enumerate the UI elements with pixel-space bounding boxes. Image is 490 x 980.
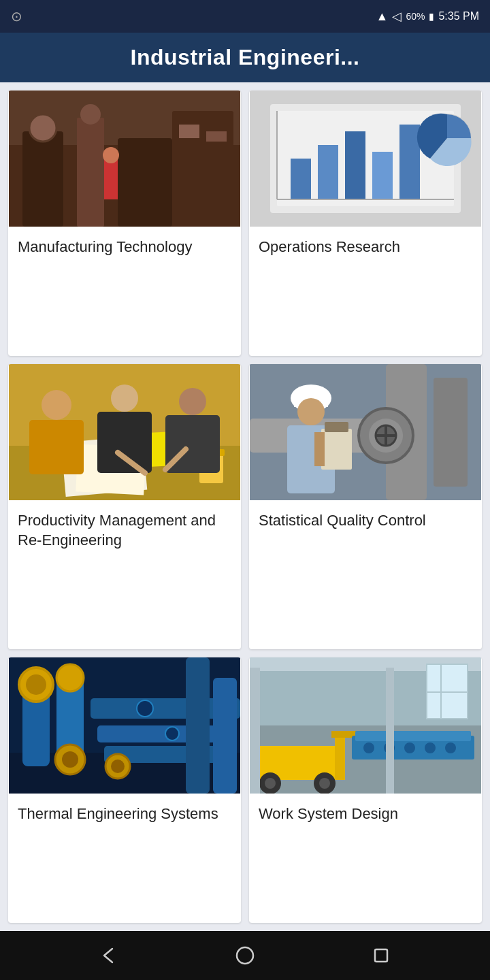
svg-point-6 bbox=[80, 104, 101, 125]
svg-rect-4 bbox=[118, 138, 172, 227]
recents-button[interactable] bbox=[361, 935, 402, 976]
productivity-management-label: Productivity Management and Re-Engineeri… bbox=[8, 500, 241, 564]
app-header: Industrial Engineeri... bbox=[0, 33, 490, 82]
svg-point-96 bbox=[237, 947, 253, 964]
status-bar: ⊙ ▲ ◁ 60% ▮ 5:35 PM bbox=[0, 0, 490, 33]
svg-point-11 bbox=[103, 147, 119, 163]
manufacturing-image bbox=[8, 91, 241, 227]
svg-rect-19 bbox=[399, 125, 420, 199]
svg-rect-3 bbox=[77, 118, 104, 227]
svg-rect-9 bbox=[206, 131, 227, 142]
svg-point-69 bbox=[165, 727, 179, 740]
svg-point-84 bbox=[319, 778, 330, 789]
work-system-design-label: Work System Design bbox=[249, 794, 482, 838]
svg-rect-17 bbox=[345, 131, 365, 199]
svg-rect-66 bbox=[186, 657, 210, 794]
svg-rect-67 bbox=[213, 678, 237, 794]
svg-point-68 bbox=[137, 700, 153, 717]
operations-research-label: Operations Research bbox=[249, 227, 482, 271]
svg-rect-54 bbox=[325, 422, 348, 432]
svg-rect-32 bbox=[29, 420, 84, 474]
card-manufacturing-technology[interactable]: Manufacturing Technology bbox=[8, 91, 241, 356]
page-title: Industrial Engineeri... bbox=[14, 45, 476, 70]
svg-rect-15 bbox=[291, 159, 311, 199]
clock: 5:35 PM bbox=[438, 10, 479, 22]
wifi-icon: ▲ bbox=[376, 10, 389, 24]
card-work-system-design[interactable]: Work System Design bbox=[249, 657, 482, 923]
manufacturing-technology-label: Manufacturing Technology bbox=[8, 227, 241, 271]
home-button[interactable] bbox=[225, 935, 265, 976]
svg-point-31 bbox=[42, 390, 71, 420]
operations-image bbox=[249, 91, 482, 227]
svg-rect-55 bbox=[314, 432, 325, 466]
signal-icon: ◁ bbox=[392, 9, 402, 24]
status-icons: ▲ ◁ 60% ▮ 5:35 PM bbox=[376, 9, 479, 24]
card-operations-research[interactable]: Operations Research bbox=[249, 91, 482, 356]
svg-rect-42 bbox=[434, 378, 468, 487]
statistical-image bbox=[249, 364, 482, 500]
thermal-image bbox=[8, 657, 241, 794]
back-button[interactable] bbox=[88, 935, 129, 976]
svg-rect-95 bbox=[386, 668, 394, 794]
card-statistical-quality[interactable]: Statistical Quality Control bbox=[249, 364, 482, 649]
svg-point-61 bbox=[26, 674, 46, 695]
svg-rect-10 bbox=[104, 159, 118, 199]
navigation-bar bbox=[0, 931, 490, 980]
svg-point-91 bbox=[404, 742, 415, 753]
svg-point-62 bbox=[56, 664, 84, 691]
svg-rect-18 bbox=[372, 152, 393, 199]
svg-point-35 bbox=[179, 388, 206, 415]
battery-indicator: 60% bbox=[406, 11, 425, 22]
svg-point-51 bbox=[297, 398, 325, 425]
work-system-image bbox=[249, 657, 482, 794]
course-grid: Manufacturing Technology Operations Rese… bbox=[0, 82, 490, 931]
battery-icon: ▮ bbox=[429, 11, 434, 22]
productivity-image bbox=[8, 364, 241, 500]
statistical-quality-label: Statistical Quality Control bbox=[249, 500, 482, 544]
svg-point-93 bbox=[445, 742, 456, 753]
svg-point-89 bbox=[363, 742, 374, 753]
svg-rect-8 bbox=[179, 125, 199, 138]
svg-point-92 bbox=[425, 742, 436, 753]
card-thermal-engineering[interactable]: Thermal Engineering Systems bbox=[8, 657, 241, 923]
system-icon: ⊙ bbox=[11, 8, 22, 24]
svg-rect-85 bbox=[335, 732, 345, 780]
svg-point-82 bbox=[265, 778, 276, 789]
svg-rect-53 bbox=[321, 429, 352, 470]
card-productivity-management[interactable]: Productivity Management and Re-Engineeri… bbox=[8, 364, 241, 649]
svg-rect-16 bbox=[318, 145, 338, 199]
svg-rect-2 bbox=[22, 131, 63, 227]
svg-rect-79 bbox=[427, 691, 468, 693]
svg-point-33 bbox=[111, 385, 138, 412]
thermal-engineering-label: Thermal Engineering Systems bbox=[8, 794, 241, 838]
svg-rect-34 bbox=[97, 412, 152, 473]
svg-point-73 bbox=[111, 760, 125, 773]
svg-point-71 bbox=[62, 751, 78, 768]
svg-point-5 bbox=[29, 114, 56, 142]
svg-rect-88 bbox=[355, 731, 471, 741]
svg-rect-94 bbox=[250, 668, 260, 794]
svg-rect-97 bbox=[375, 949, 387, 962]
